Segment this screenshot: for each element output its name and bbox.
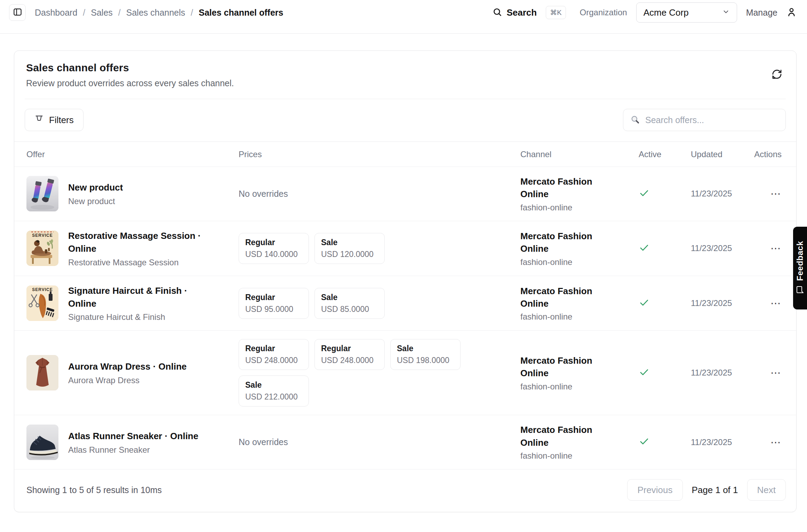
offer-title: Signature Haircut & Finish · Online — [68, 284, 214, 310]
table-row: Aurora Wrap Dress · Online Aurora Wrap D… — [14, 330, 796, 415]
check-icon — [639, 373, 649, 379]
prices-cell: No overrides — [239, 437, 520, 447]
prices-cell: RegularUSD 248.0000RegularUSD 248.0000Sa… — [239, 339, 520, 406]
table-row: SERVICE Signature Haircut & Finish · Onl… — [14, 276, 796, 331]
sales-channel-offers-card: Sales channel offers Review product over… — [14, 50, 797, 512]
row-actions-button[interactable]: ⋯ — [770, 188, 782, 199]
offer-subtitle: Signature Haircut & Finish — [68, 312, 214, 322]
search-offers-input[interactable] — [645, 115, 778, 126]
global-search-button[interactable]: Search — [493, 7, 537, 18]
offer-title: Atlas Runner Sneaker · Online — [68, 430, 198, 443]
user-menu-button[interactable] — [786, 7, 797, 18]
column-header-actions: Actions — [752, 150, 782, 159]
page-title: Sales channel offers — [26, 62, 234, 74]
no-overrides-label: No overrides — [239, 437, 288, 447]
breadcrumb-dashboard[interactable]: Dashboard — [35, 8, 77, 18]
active-cell — [639, 242, 691, 255]
price-chip-value: USD 85.0000 — [321, 305, 378, 314]
check-icon — [639, 442, 649, 448]
product-image — [26, 176, 58, 211]
filters-button-label: Filters — [49, 115, 74, 126]
column-header-active: Active — [639, 150, 691, 159]
row-actions-button[interactable]: ⋯ — [770, 437, 782, 448]
price-chip-value: USD 248.0000 — [321, 356, 378, 365]
table-header: Offer Prices Channel Active Updated Acti… — [14, 142, 796, 167]
price-chip-label: Sale — [397, 344, 454, 353]
results-summary: Showing 1 to 5 of 5 results in 10ms — [26, 485, 162, 495]
channel-code: fashion-online — [520, 382, 597, 392]
row-actions-button[interactable]: ⋯ — [770, 243, 782, 253]
table-row: Atlas Runner Sneaker · Online Atlas Runn… — [14, 415, 796, 469]
organization-select[interactable]: Acme Corp — [636, 2, 737, 23]
channel-name: Mercato Fashion Online — [520, 230, 597, 255]
keyboard-shortcut-badge: ⌘K — [546, 6, 566, 19]
breadcrumb-sales[interactable]: Sales — [91, 8, 113, 18]
svg-text:SERVICE: SERVICE — [32, 287, 53, 292]
prices-cell: RegularUSD 95.0000SaleUSD 85.0000 — [239, 288, 520, 319]
channel-code: fashion-online — [520, 203, 597, 212]
product-image: SERVICE — [26, 285, 58, 321]
channel-cell: Mercato Fashion Online fashion-online — [520, 175, 639, 212]
price-chip-value: USD 212.0000 — [245, 392, 302, 402]
offer-cell: Aurora Wrap Dress · Online Aurora Wrap D… — [26, 355, 239, 390]
pagination: Previous Page 1 of 1 Next — [627, 479, 786, 501]
breadcrumb-separator: / — [191, 8, 193, 18]
feedback-tab[interactable]: Feedback — [793, 227, 807, 309]
channel-name: Mercato Fashion Online — [520, 424, 597, 449]
previous-page-button[interactable]: Previous — [627, 479, 682, 501]
table-body: New product New product No overrides Mer… — [14, 167, 796, 469]
price-chip: RegularUSD 140.0000 — [239, 233, 309, 264]
sidebar-toggle-button[interactable] — [9, 4, 26, 21]
column-header-offer: Offer — [26, 150, 239, 159]
updated-date: 11/23/2025 — [691, 437, 752, 447]
filters-button[interactable]: Filters — [25, 109, 83, 131]
price-chip-value: USD 120.0000 — [321, 250, 378, 259]
refresh-button[interactable] — [769, 66, 785, 83]
offer-subtitle: New product — [68, 196, 123, 206]
price-chip: SaleUSD 212.0000 — [239, 376, 309, 406]
row-actions-button[interactable]: ⋯ — [770, 298, 782, 308]
price-chip: SaleUSD 198.0000 — [390, 339, 461, 370]
card-header: Sales channel offers Review product over… — [14, 51, 796, 88]
price-chip-label: Regular — [245, 293, 302, 302]
price-chip: RegularUSD 248.0000 — [314, 339, 385, 370]
price-chip: SaleUSD 85.0000 — [314, 288, 385, 319]
price-chip-label: Sale — [321, 238, 378, 247]
channel-cell: Mercato Fashion Online fashion-online — [520, 285, 639, 322]
organization-select-value: Acme Corp — [644, 7, 689, 18]
price-chip-label: Sale — [321, 293, 378, 302]
price-chip-value: USD 95.0000 — [245, 305, 302, 314]
updated-date: 11/23/2025 — [691, 298, 752, 308]
column-header-channel: Channel — [520, 150, 639, 159]
prices-cell: RegularUSD 140.0000SaleUSD 120.0000 — [239, 233, 520, 264]
offer-subtitle: Restorative Massage Session — [68, 258, 214, 267]
updated-date: 11/23/2025 — [691, 189, 752, 199]
price-chip-label: Regular — [245, 238, 302, 247]
channel-cell: Mercato Fashion Online fashion-online — [520, 230, 639, 267]
price-chip-label: Sale — [245, 380, 302, 390]
funnel-icon — [34, 114, 44, 126]
column-header-updated: Updated — [691, 150, 752, 159]
breadcrumb-sales-channels[interactable]: Sales channels — [126, 8, 185, 18]
breadcrumb: Dashboard / Sales / Sales channels / Sal… — [35, 8, 283, 18]
refresh-icon — [772, 75, 782, 81]
table-row: SERVICE Restorative Massage Session · On… — [14, 221, 796, 276]
magnifier-icon — [630, 115, 640, 126]
price-chip-value: USD 248.0000 — [245, 356, 302, 365]
channel-name: Mercato Fashion Online — [520, 354, 597, 380]
offer-title: Aurora Wrap Dress · Online — [68, 360, 187, 373]
message-square-icon — [796, 285, 804, 295]
panel-left-icon — [13, 7, 22, 18]
global-search-label: Search — [506, 7, 537, 18]
organization-label: Organization — [580, 8, 627, 17]
offer-cell: Atlas Runner Sneaker · Online Atlas Runn… — [26, 425, 239, 460]
active-cell — [639, 436, 691, 448]
manage-link[interactable]: Manage — [746, 8, 777, 18]
next-page-button[interactable]: Next — [747, 479, 786, 501]
price-chip-value: USD 140.0000 — [245, 250, 302, 259]
channel-code: fashion-online — [520, 257, 597, 267]
offer-title: New product — [68, 181, 123, 194]
product-image — [26, 425, 58, 460]
chevron-down-icon — [722, 7, 730, 18]
row-actions-button[interactable]: ⋯ — [770, 368, 782, 378]
